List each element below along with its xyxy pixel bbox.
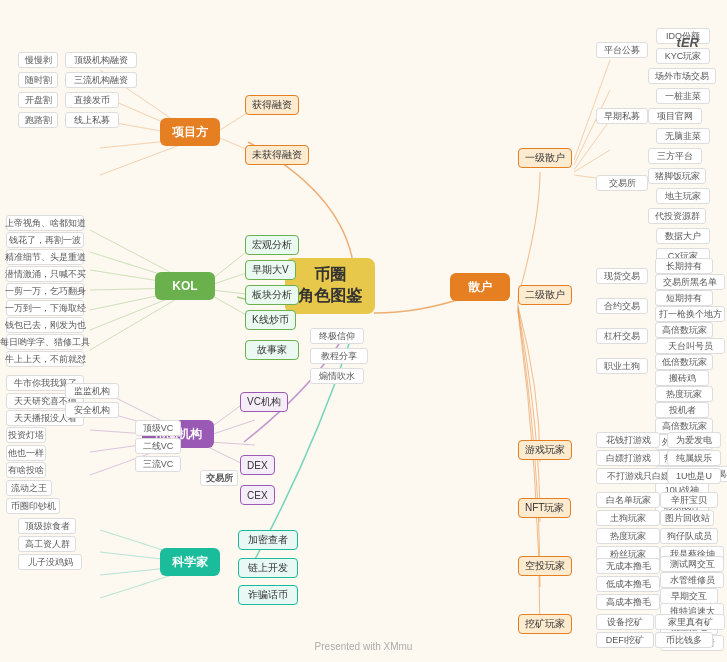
erji-node: 二级散户 (518, 285, 572, 305)
huode-rongzi: 获得融资 (245, 95, 299, 115)
footer-text: Presented with XMmu (315, 641, 413, 652)
bailian-youxi: 白嫖打游戏 (596, 450, 660, 466)
touzi-dengtang: 投资灯塔 (6, 427, 46, 443)
shangdi-jiao: 上帝视角、啥都知道 (6, 215, 84, 231)
anquan-jigou: 安全机构 (65, 402, 119, 418)
sheji-kuang: 设备挖矿 (596, 614, 654, 630)
kol-node: KOL (155, 272, 215, 300)
jiaoyi-suo: 交易所 (596, 175, 648, 191)
huacai-youxi: 花钱打游戏 (596, 432, 660, 448)
meiri-xuezi: 每日哟学字、猎修工具 (6, 334, 84, 350)
erzi-danjima: 儿子没鸡妈 (18, 554, 82, 570)
qian-ba: 钱包已去，刚发为也 (6, 317, 84, 333)
qianfeng-chaoyu: 潜情激涌，只喊不买 (6, 266, 84, 282)
zhiye-tugou: 职业土狗 (596, 358, 648, 374)
pingtai-gongmu: 平台公募 (596, 42, 648, 58)
mindmap-container: 币圈角色图鉴 散户 一级散户 二级散户 游戏玩家 NFT玩家 空投玩家 挖矿玩家… (0, 0, 727, 662)
dicheng-camo: 低成本撸毛 (596, 576, 660, 592)
zaoqi-simu: 早期私募 (596, 108, 648, 124)
lianshanng-kaifa: 链上开发 (238, 558, 298, 578)
kongtou-node: 空投玩家 (518, 556, 572, 576)
kaipan-ge: 开盘割 (18, 92, 58, 108)
svg-line-18 (90, 294, 185, 350)
dingji-chicai: 顶级掠食者 (18, 518, 76, 534)
gangjian-jiaoyi: 杠杆交易 (596, 328, 648, 344)
jiandu-jigou: 监监机构 (65, 383, 119, 399)
tugo-wanjia: 土狗玩家 (596, 510, 660, 526)
xianhuo-jiaoyi: 现货交易 (596, 268, 648, 284)
pianzha-bibi: 诈骗话币 (238, 585, 298, 605)
wucheng-camo: 无成本撸毛 (596, 558, 660, 574)
xianshang-mumu: 线上私募 (65, 112, 119, 128)
xiangmufang-node: 项目方 (160, 118, 220, 146)
svg-line-2 (574, 120, 610, 170)
gaocheng-camo: 高成本撸毛 (596, 594, 660, 610)
yi-yi-wan: 一剪一万，乞巧翻身 (6, 283, 84, 299)
youxian-jieduo: 有啥投啥 (6, 462, 46, 478)
nft-node: NFT玩家 (518, 498, 571, 518)
suishi-ge: 随时割 (18, 72, 58, 88)
gushijia-node: 故事家 (245, 340, 299, 360)
liudong-zhi-wang: 流动之王 (6, 480, 52, 496)
kuangji-node: 挖矿玩家 (518, 614, 572, 634)
gaoxin-renjia: 高工资人群 (18, 536, 76, 552)
weihuode-rongzi: 未获得融资 (245, 145, 309, 165)
defi-kuang: DEFI挖矿 (596, 632, 654, 648)
cex-node: CEX (240, 485, 275, 505)
niushang-node: 牛上上天，不前就怼 (6, 351, 84, 367)
yi-wan: 一万到一，下海取经 (6, 300, 84, 316)
heyue-jiaoyi: 合约交易 (596, 298, 648, 314)
svg-line-9 (100, 142, 188, 175)
kxian-chaobi: K线炒币 (245, 310, 296, 330)
baiming-wanjia: 白名单玩家 (596, 492, 660, 508)
zaoqi-da-v: 早期大V (245, 260, 296, 280)
qian-huahuahua: 钱花了，再割一波 (6, 232, 84, 248)
kexuejia-node: 科学家 (160, 548, 220, 576)
center-node: 币圈角色图鉴 (285, 258, 375, 314)
sanliu-jigou: 三流机构融资 (65, 72, 137, 88)
watermark-text: tER (677, 35, 699, 654)
dex-node: DEX (240, 455, 275, 475)
jiaocheng-fenxiang: 教程分享 (310, 348, 368, 364)
yiji-node: 一级散户 (518, 148, 572, 168)
biquan-yinjitao: 币圈印钞机 (6, 498, 60, 514)
svg-line-29 (210, 420, 255, 435)
svg-line-30 (210, 442, 255, 445)
jingzhun-geda: 精准细节、头是重道 (6, 249, 84, 265)
jiami-zhuanjia: 加密查者 (238, 530, 298, 550)
manman-bo: 慢慢剥 (18, 52, 58, 68)
svg-line-3 (574, 150, 610, 172)
sanliu-vc: 三流VC (135, 456, 181, 472)
rehe-nft: 热度玩家 (596, 528, 660, 544)
vc-jigou-node: VC机构 (240, 392, 288, 412)
bankuai-fenxi: 板块分析 (245, 285, 299, 305)
paolu-ge: 跑路割 (18, 112, 58, 128)
sanhu-node: 散户 (450, 273, 510, 301)
dingji-jigou: 顶级机构融资 (65, 52, 137, 68)
zhijie-fabi: 直接发币 (65, 92, 119, 108)
erxian-vc: 二线VC (135, 438, 181, 454)
meimao-chui: 煽情吹水 (310, 368, 364, 384)
youxi-node: 游戏玩家 (518, 440, 572, 460)
jiaoyi-suo-lbl: 交易所 (200, 470, 238, 486)
hongguanfenxi: 宏观分析 (245, 235, 299, 255)
zongjiao-xinyang: 终极信仰 (310, 328, 364, 344)
taye-yiyang: 他也一样 (6, 445, 46, 461)
center-label: 币圈角色图鉴 (298, 265, 362, 307)
dingjí-vc: 顶级VC (135, 420, 181, 436)
svg-line-1 (574, 90, 610, 165)
